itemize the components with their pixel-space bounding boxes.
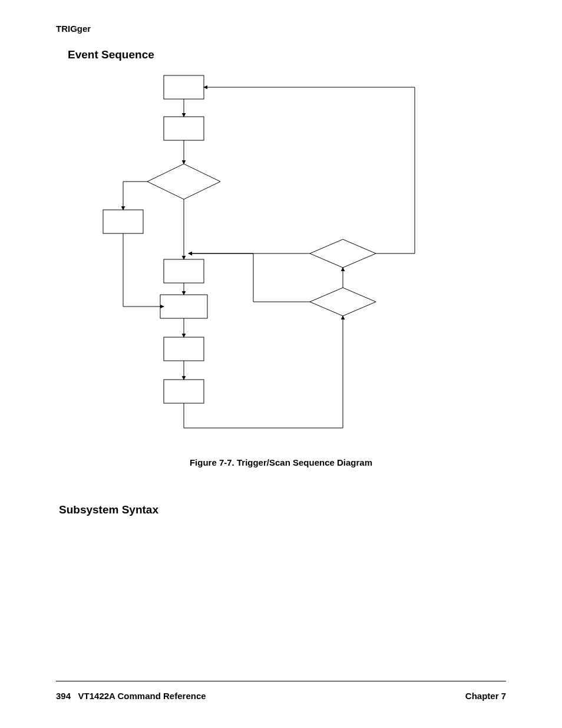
- box-6: [164, 380, 204, 403]
- decision-2: [310, 239, 376, 268]
- box-4: [160, 295, 207, 318]
- trigger-scan-sequence-diagram: [0, 0, 562, 454]
- decision-3: [310, 288, 376, 316]
- box-left: [103, 210, 143, 233]
- footer-left: 394 VT1422A Command Reference: [56, 691, 206, 701]
- section-title-subsystem-syntax: Subsystem Syntax: [59, 503, 158, 516]
- box-1: [164, 75, 204, 99]
- decision-1: [147, 164, 220, 199]
- box-3: [164, 259, 204, 283]
- figure-caption: Figure 7-7. Trigger/Scan Sequence Diagra…: [0, 457, 562, 467]
- doc-title: VT1422A Command Reference: [78, 691, 206, 701]
- box-2: [164, 117, 204, 140]
- footer-rule: [56, 681, 506, 681]
- page-number: 394: [56, 691, 71, 701]
- footer-right: Chapter 7: [465, 691, 506, 701]
- box-5: [164, 337, 204, 361]
- page: TRIGger Event Sequence: [0, 0, 562, 728]
